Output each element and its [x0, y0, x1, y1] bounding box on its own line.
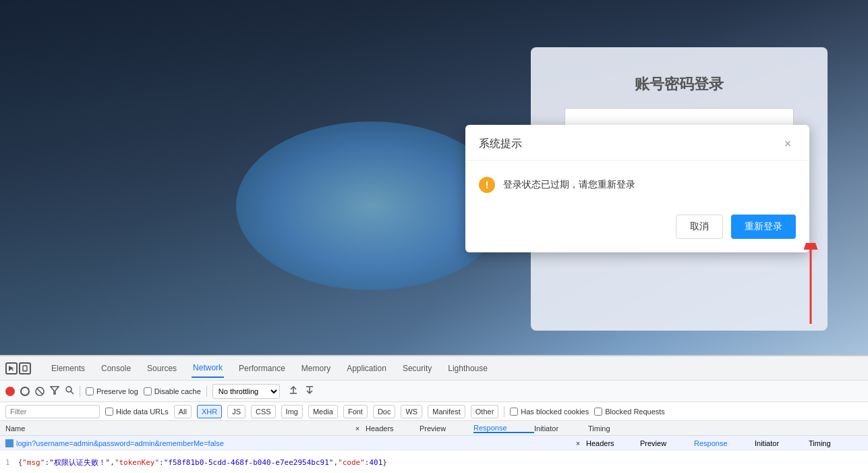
dialog-message: 登录状态已过期，请您重新登录	[503, 179, 635, 191]
upload-icon[interactable]	[288, 385, 299, 398]
filter-media[interactable]: Media	[308, 405, 338, 418]
row-preview: Preview	[640, 439, 694, 447]
filter-ws[interactable]: WS	[401, 405, 422, 418]
system-dialog: 系统提示 × ! 登录状态已过期，请您重新登录 取消 重新登录	[465, 125, 809, 252]
tab-console[interactable]: Console	[100, 360, 132, 377]
stop-icon[interactable]	[20, 387, 30, 396]
login-card-title: 账号密码登录	[635, 74, 724, 94]
dialog-footer: 取消 重新登录	[465, 206, 809, 252]
filter-other[interactable]: Other	[471, 405, 499, 418]
disable-cache-checkbox[interactable]	[144, 387, 152, 395]
filter-all[interactable]: All	[174, 405, 192, 418]
blocked-requests-checkbox[interactable]	[594, 408, 602, 416]
has-blocked-cookies-checkbox[interactable]	[510, 408, 518, 416]
svg-line-5	[37, 389, 42, 394]
filter-img[interactable]: Img	[281, 405, 303, 418]
dialog-title: 系统提示	[479, 137, 522, 151]
col-header-name: Name	[5, 424, 349, 433]
filter-js[interactable]: JS	[227, 405, 245, 418]
devtools-mobile-icon[interactable]	[19, 362, 31, 374]
devtools-controls: Preserve log Disable cache No throttling	[0, 381, 868, 402]
col-header-response: Response	[473, 424, 534, 433]
devtools-cursor-icon[interactable]	[5, 362, 18, 374]
filter-xhr[interactable]: XHR	[197, 405, 222, 418]
blocked-requests-label[interactable]: Blocked Requests	[594, 408, 665, 416]
red-arrow	[797, 243, 824, 327]
col-header-timing: Timing	[588, 424, 642, 433]
preserve-log-label[interactable]: Preserve log	[86, 387, 138, 395]
col-header-preview: Preview	[419, 424, 473, 433]
col-header-initiator: Initiator	[534, 424, 588, 433]
dialog-close-button[interactable]: ×	[780, 136, 796, 152]
svg-marker-6	[51, 387, 59, 394]
response-json: {"msg":"权限认证失败！","tokenKey":"f58f81b0-5c…	[18, 457, 387, 468]
tab-security[interactable]: Security	[401, 360, 433, 377]
clear-icon[interactable]	[35, 387, 45, 396]
response-content: 1 {"msg":"权限认证失败！","tokenKey":"f58f81b0-…	[0, 451, 868, 473]
disable-cache-label[interactable]: Disable cache	[144, 387, 201, 395]
row-response: Response	[694, 439, 755, 447]
row-timing: Timing	[809, 439, 863, 447]
row-name: login?username=admin&password=admin&reme…	[16, 439, 570, 447]
svg-point-7	[66, 387, 71, 392]
row-headers: Headers	[586, 439, 640, 447]
dialog-body: ! 登录状态已过期，请您重新登录	[465, 161, 809, 206]
table-row[interactable]: login?username=admin&password=admin&reme…	[0, 436, 868, 451]
filter-font[interactable]: Font	[343, 405, 368, 418]
tab-network[interactable]: Network	[192, 359, 224, 378]
col-header-x: ×	[349, 424, 366, 433]
cancel-button[interactable]: 取消	[676, 215, 723, 239]
tab-memory[interactable]: Memory	[300, 360, 332, 377]
preserve-log-checkbox[interactable]	[86, 387, 94, 395]
tab-elements[interactable]: Elements	[50, 360, 86, 377]
col-header-headers: Headers	[366, 424, 419, 433]
tab-performance[interactable]: Performance	[237, 360, 287, 377]
filter-row: Hide data URLs All XHR JS CSS Img Media …	[0, 402, 868, 421]
filter-input[interactable]	[5, 405, 100, 418]
download-icon[interactable]	[304, 385, 315, 398]
has-blocked-cookies-label[interactable]: Has blocked cookies	[510, 408, 589, 416]
filter-icon[interactable]	[50, 385, 59, 397]
warning-icon: !	[479, 177, 495, 193]
filter-doc[interactable]: Doc	[373, 405, 396, 418]
row-status-indicator	[5, 439, 13, 447]
svg-line-8	[71, 391, 74, 394]
line-number: 1	[5, 458, 10, 467]
separator-3	[504, 406, 504, 417]
network-table: Name × Headers Preview Response Initiato…	[0, 421, 868, 473]
hide-data-urls-checkbox[interactable]	[105, 408, 113, 416]
row-initiator: Initiator	[755, 439, 809, 447]
dialog-header: 系统提示 ×	[465, 125, 809, 161]
separator-1	[80, 386, 80, 397]
tab-sources[interactable]: Sources	[146, 360, 178, 377]
tab-application[interactable]: Application	[345, 360, 388, 377]
hide-data-urls-label[interactable]: Hide data URLs	[105, 408, 169, 416]
table-header: Name × Headers Preview Response Initiato…	[0, 421, 868, 436]
tab-lighthouse[interactable]: Lighthouse	[446, 360, 489, 377]
relogin-button[interactable]: 重新登录	[731, 215, 796, 239]
filter-manifest[interactable]: Manifest	[428, 405, 465, 418]
separator-2	[206, 386, 207, 397]
filter-css[interactable]: CSS	[251, 405, 276, 418]
throttling-select[interactable]: No throttling	[212, 384, 280, 399]
devtools-panel: Elements Console Sources Network Perform…	[0, 355, 868, 473]
search-icon[interactable]	[65, 385, 74, 397]
devtools-tabs: Elements Console Sources Network Perform…	[0, 356, 868, 381]
record-icon[interactable]	[5, 387, 15, 396]
svg-point-3	[25, 370, 26, 370]
